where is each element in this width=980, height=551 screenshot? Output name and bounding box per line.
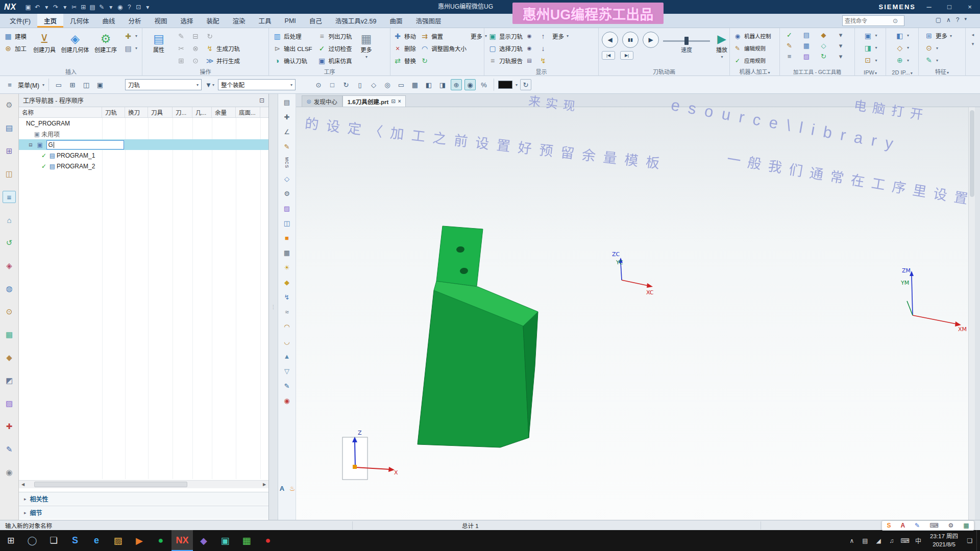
pen-icon[interactable]: ✎: [282, 382, 291, 390]
select-face-icon[interactable]: ◫: [81, 79, 92, 90]
rail-system-materials-icon[interactable]: ▨: [3, 397, 16, 410]
battery-icon[interactable]: ▤: [859, 530, 872, 551]
display-more-button[interactable]: 更多▾: [551, 30, 570, 42]
scroll-left-icon[interactable]: ◀: [19, 481, 27, 489]
edit-rules-button[interactable]: ✎编辑规则: [731, 42, 773, 54]
tab-home[interactable]: 主页: [37, 14, 63, 28]
hexagon-snap-icon[interactable]: ◇: [368, 79, 379, 90]
feature-more-button[interactable]: ⊞更多▾: [923, 30, 953, 41]
viewport-scrollbar[interactable]: [968, 107, 975, 520]
redo-dropdown-icon[interactable]: ▾: [60, 2, 69, 12]
keyboard-icon[interactable]: ⌨: [898, 530, 912, 551]
sketch-icon[interactable]: ✎: [282, 142, 291, 151]
rotate-view-icon[interactable]: ↻: [340, 79, 352, 90]
stock-icon[interactable]: ■: [282, 234, 291, 242]
create-method-button[interactable]: ▤▾: [122, 42, 139, 54]
filter-icon[interactable]: ▼▾: [204, 79, 215, 90]
speed-slider[interactable]: [663, 36, 710, 45]
gc-dropdown2-icon[interactable]: ▾: [837, 41, 845, 50]
select-window-icon[interactable]: ⊞: [67, 79, 78, 90]
rail-part-navigator-icon[interactable]: ◫: [3, 168, 16, 180]
minimize-ribbon-icon[interactable]: ∧: [946, 16, 951, 23]
background-color-swatch[interactable]: [498, 81, 512, 89]
copy-operation-button[interactable]: ⊞: [175, 55, 187, 66]
network-icon[interactable]: ◢: [872, 530, 885, 551]
delete-operation-button[interactable]: ⊗: [189, 42, 202, 54]
arc-up-icon[interactable]: ◠: [282, 322, 291, 331]
save-icon[interactable]: ▣: [23, 2, 33, 12]
rail-roles-icon[interactable]: ◩: [3, 374, 16, 387]
menu-button[interactable]: 菜单(M): [18, 81, 39, 89]
fullscreen-icon[interactable]: ▢: [936, 16, 941, 23]
rail-notes-icon[interactable]: ✎: [3, 443, 16, 456]
gc-check-icon[interactable]: ✓: [785, 31, 794, 39]
column-header-stock[interactable]: 余量: [212, 107, 236, 117]
bolt-icon[interactable]: ↯: [282, 293, 291, 302]
tab-tools[interactable]: 工具: [252, 14, 278, 28]
window-select-icon[interactable]: ▯: [354, 79, 365, 90]
rect-snap-icon[interactable]: ▭: [396, 79, 407, 90]
app-nx[interactable]: NX: [172, 530, 193, 551]
create-program-button[interactable]: ✚▾: [122, 30, 139, 42]
cut-operation-button[interactable]: ✂: [175, 42, 187, 54]
gc-refresh-icon[interactable]: ↻: [819, 52, 828, 61]
refresh-view-button[interactable]: ↻: [520, 79, 531, 90]
notification-center-button[interactable]: ❏: [963, 530, 976, 551]
path-down-button[interactable]: ↓: [537, 42, 549, 54]
section-dependencies[interactable]: ▸ 相关性: [19, 492, 268, 505]
app-browser[interactable]: e: [86, 530, 107, 551]
create-tool-button[interactable]: ⊻创建刀具: [30, 30, 59, 67]
pan-icon[interactable]: ✚: [282, 113, 291, 121]
ipw-solid-icon[interactable]: ▣▾: [862, 30, 878, 41]
verify-path-button[interactable]: ◑确认刀轨: [271, 55, 314, 66]
process-more-button[interactable]: ▦更多▾: [356, 30, 377, 67]
regenerate-button[interactable]: ↻: [204, 30, 241, 42]
rail-process-studio-icon[interactable]: ▦: [3, 329, 16, 341]
path-report-button[interactable]: ≡刀轨报告▤: [486, 55, 535, 66]
collapse-icon[interactable]: ⊟: [29, 142, 33, 147]
column-header-tool[interactable]: 刀具: [148, 107, 173, 117]
column-header-toolchange[interactable]: 换刀: [125, 107, 148, 117]
column-header-floor[interactable]: 底面...: [236, 107, 260, 117]
delete-button[interactable]: ×删除: [391, 42, 418, 54]
task-view-button[interactable]: ❏: [43, 530, 64, 551]
gc-grid-icon[interactable]: ▦: [802, 41, 811, 50]
rail-analysis-icon[interactable]: ✚: [3, 420, 16, 433]
pencil-dropdown-icon[interactable]: ▾: [106, 2, 115, 12]
rail-web-browser-icon[interactable]: ◍: [3, 283, 16, 295]
ribbon-expand-icon[interactable]: ▾: [972, 41, 974, 46]
speed-slider-thumb[interactable]: [684, 37, 689, 45]
tab-geometry[interactable]: 几何体: [63, 14, 96, 28]
gouge-check-button[interactable]: ✓过切检查: [316, 42, 354, 54]
part-plate[interactable]: [436, 226, 483, 286]
volume-icon[interactable]: ♫: [885, 530, 898, 551]
offset-button[interactable]: ⇉偏置: [419, 30, 468, 42]
rename-input[interactable]: G: [46, 140, 124, 149]
tab-custom[interactable]: 自己: [303, 14, 329, 28]
taskbar-clock[interactable]: 23:17 周四 2021/8/5: [925, 533, 963, 548]
undo-dropdown-icon[interactable]: ▾: [42, 2, 51, 12]
ime-lang-icon[interactable]: 中: [912, 530, 925, 551]
rail-view-manager-icon[interactable]: ◈: [3, 260, 16, 272]
cut-icon[interactable]: ✂: [69, 2, 79, 12]
find-command-input[interactable]: [845, 18, 891, 24]
app-media-player[interactable]: ▶: [129, 530, 150, 551]
generate-path-button[interactable]: ↯生成刀轨: [204, 42, 241, 54]
gc-list-icon[interactable]: ≡: [785, 52, 794, 61]
app-sogou[interactable]: S: [64, 530, 86, 551]
wcs-triad[interactable]: ZC YC XC: [612, 251, 654, 296]
maximize-button[interactable]: □: [942, 3, 957, 11]
machine-csys-triad[interactable]: ZM YM XM: [900, 267, 967, 333]
properties-button[interactable]: ▤属性: [144, 30, 173, 67]
tab-view[interactable]: 视图: [148, 14, 174, 28]
section-icon[interactable]: ▲: [282, 352, 291, 361]
assembly-scope-dropdown[interactable]: 整个装配▾: [218, 79, 296, 90]
play-button[interactable]: ▶播放▾: [714, 30, 729, 67]
help-icon[interactable]: ?: [125, 2, 134, 12]
column-header-tool2[interactable]: 刀...: [173, 107, 192, 117]
gc-edit-icon[interactable]: ✎: [785, 41, 794, 50]
tree-row-program1[interactable]: ✓ ▤ PROGRAM_1: [19, 150, 268, 161]
gc-shape-icon[interactable]: ◇: [819, 41, 828, 50]
ime-settings-icon[interactable]: ⚙: [948, 522, 953, 529]
robot-control-button[interactable]: ◉机器人控制: [731, 30, 773, 42]
